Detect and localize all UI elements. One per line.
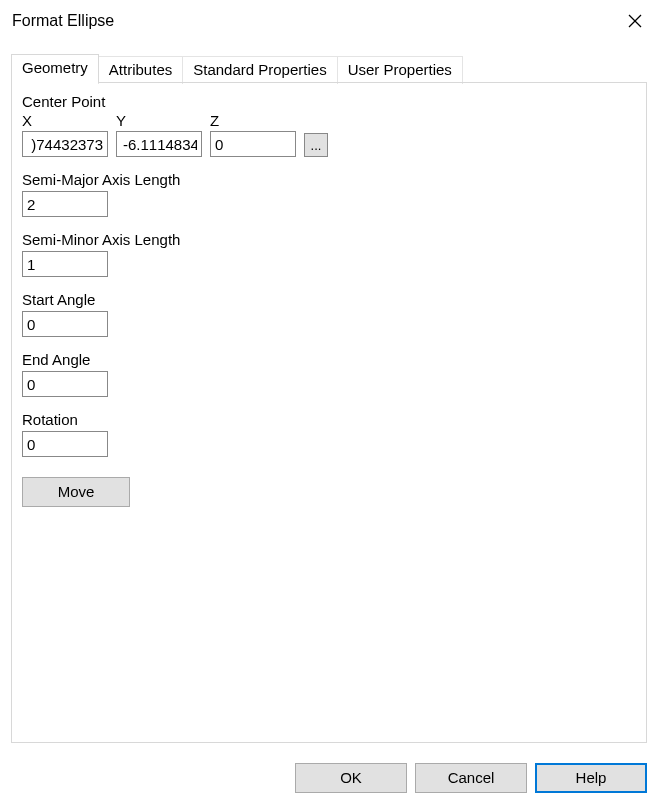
end-angle-label: End Angle	[22, 351, 636, 368]
end-angle-input[interactable]	[22, 371, 108, 397]
close-button[interactable]	[612, 0, 658, 42]
end-angle-block: End Angle	[22, 351, 636, 397]
semi-minor-input[interactable]	[22, 251, 108, 277]
semi-major-block: Semi-Major Axis Length	[22, 171, 636, 217]
x-label: X	[22, 112, 108, 129]
tabstrip: Geometry Attributes Standard Properties …	[11, 54, 647, 82]
rotation-label: Rotation	[22, 411, 636, 428]
semi-minor-label: Semi-Minor Axis Length	[22, 231, 636, 248]
window-title: Format Ellipse	[12, 12, 612, 30]
z-label: Z	[210, 112, 296, 129]
dialog-window: Format Ellipse Geometry Attributes Stand…	[0, 0, 658, 805]
tab-geometry[interactable]: Geometry	[11, 54, 99, 83]
point-picker-button[interactable]: ...	[304, 133, 328, 157]
rotation-block: Rotation	[22, 411, 636, 457]
x-column: X	[22, 112, 108, 157]
rotation-input[interactable]	[22, 431, 108, 457]
tabpanel-geometry: Center Point X Y Z ... Semi-Major Axis L…	[11, 82, 647, 743]
cancel-button[interactable]: Cancel	[415, 763, 527, 793]
start-angle-input[interactable]	[22, 311, 108, 337]
tab-attributes[interactable]: Attributes	[98, 56, 183, 84]
tab-user-properties[interactable]: User Properties	[337, 56, 463, 84]
y-column: Y	[116, 112, 202, 157]
client-area: Geometry Attributes Standard Properties …	[0, 42, 658, 753]
help-button[interactable]: Help	[535, 763, 647, 793]
start-angle-block: Start Angle	[22, 291, 636, 337]
center-point-row: X Y Z ...	[22, 112, 636, 157]
y-label: Y	[116, 112, 202, 129]
titlebar: Format Ellipse	[0, 0, 658, 42]
close-icon	[628, 14, 642, 28]
dialog-footer: OK Cancel Help	[0, 753, 658, 805]
z-input[interactable]	[210, 131, 296, 157]
move-button[interactable]: Move	[22, 477, 130, 507]
semi-major-input[interactable]	[22, 191, 108, 217]
center-point-label: Center Point	[22, 93, 636, 110]
ok-button[interactable]: OK	[295, 763, 407, 793]
tab-standard-properties[interactable]: Standard Properties	[182, 56, 337, 84]
start-angle-label: Start Angle	[22, 291, 636, 308]
z-column: Z	[210, 112, 296, 157]
semi-minor-block: Semi-Minor Axis Length	[22, 231, 636, 277]
y-input[interactable]	[116, 131, 202, 157]
x-input[interactable]	[22, 131, 108, 157]
semi-major-label: Semi-Major Axis Length	[22, 171, 636, 188]
